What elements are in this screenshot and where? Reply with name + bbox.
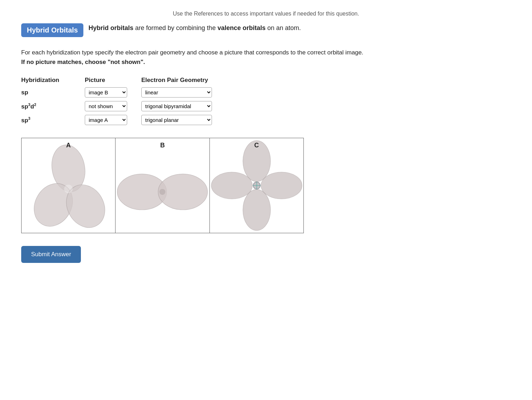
orbital-svg-a: [22, 138, 115, 233]
top-note: Use the References to access important v…: [21, 11, 511, 17]
svg-point-3: [64, 185, 72, 193]
image-cell-a: A: [22, 138, 116, 233]
hybrid-header: Hybrid Orbitals Hybrid orbitals are form…: [21, 23, 511, 37]
hybrid-badge: Hybrid Orbitals: [21, 23, 83, 37]
picture-select-sp[interactable]: image A image B image C not shown: [85, 87, 127, 98]
image-label-a: A: [66, 142, 71, 149]
hybridization-sp: sp: [21, 89, 85, 96]
svg-point-5: [158, 174, 208, 210]
epg-select-sp3[interactable]: linear trigonal planar trigonal pyramida…: [141, 115, 212, 125]
picture-cell-sp3: image A image B image C not shown: [85, 115, 141, 125]
table-section: Hybridization Picture Electron Pair Geom…: [21, 77, 511, 125]
instruction-line1: For each hybridization type specify the …: [21, 48, 511, 57]
svg-point-9: [211, 172, 252, 199]
hybridization-sp3d2: sp3d2: [21, 102, 85, 110]
hybridization-sp3: sp3: [21, 116, 85, 124]
col-header-picture: Picture: [85, 77, 141, 84]
svg-point-8: [243, 190, 270, 231]
table-row: sp image A image B image C not shown lin…: [21, 87, 511, 98]
epg-cell-sp3: linear trigonal planar trigonal pyramida…: [141, 115, 226, 125]
table-row: sp3d2 image A image B image C not shown …: [21, 101, 511, 111]
submit-button[interactable]: Submit Answer: [21, 246, 81, 263]
epg-cell-sp3d2: linear trigonal planar trigonal pyramida…: [141, 101, 226, 111]
instruction-bold: If no picture matches, choose "not shown…: [21, 57, 511, 67]
picture-select-sp3[interactable]: image A image B image C not shown: [85, 115, 127, 125]
svg-point-6: [160, 189, 166, 195]
picture-cell-sp3d2: image A image B image C not shown: [85, 101, 141, 111]
epg-select-sp[interactable]: linear trigonal planar trigonal pyramida…: [141, 87, 212, 98]
image-cell-c: C: [210, 138, 303, 233]
col-header-epg: Electron Pair Geometry: [141, 77, 208, 84]
picture-cell-sp: image A image B image C not shown: [85, 87, 141, 98]
epg-select-sp3d2[interactable]: linear trigonal planar trigonal pyramida…: [141, 101, 212, 111]
image-cell-b: B: [116, 138, 209, 233]
orbital-svg-b: [116, 138, 209, 233]
picture-select-sp3d2[interactable]: image A image B image C not shown: [85, 101, 127, 111]
svg-point-10: [261, 172, 302, 199]
epg-cell-sp: linear trigonal planar trigonal pyramida…: [141, 87, 226, 98]
table-row: sp3 image A image B image C not shown li…: [21, 115, 511, 125]
image-grid: A B C: [21, 138, 304, 233]
instructions: For each hybridization type specify the …: [21, 48, 511, 67]
orbital-svg-c: [210, 138, 303, 233]
hybrid-description: Hybrid orbitals are formed by combining …: [88, 23, 301, 33]
column-headers: Hybridization Picture Electron Pair Geom…: [21, 77, 511, 84]
col-header-hybridization: Hybridization: [21, 77, 85, 84]
image-label-c: C: [254, 142, 259, 149]
image-label-b: B: [160, 142, 165, 149]
